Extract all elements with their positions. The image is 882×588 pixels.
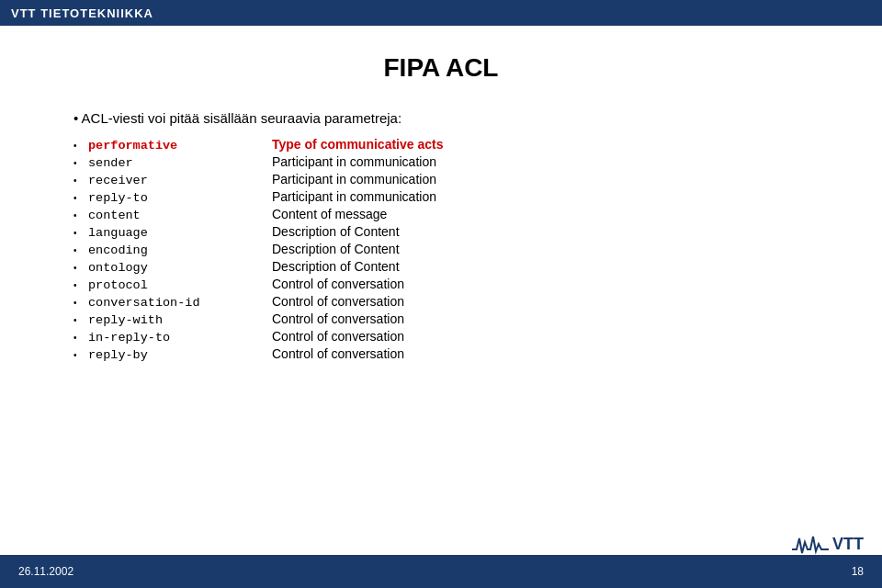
- param-row: •ontologyDescription of Content: [74, 259, 827, 275]
- param-name: reply-with: [88, 313, 272, 327]
- bullet-icon: •: [74, 174, 88, 186]
- param-row: •reply-withControl of conversation: [74, 311, 827, 327]
- param-row: •encodingDescription of Content: [74, 242, 827, 257]
- param-desc: Type of communicative acts: [272, 137, 443, 152]
- footer-date: 26.11.2002: [18, 565, 74, 578]
- param-row: •protocolControl of conversation: [74, 277, 827, 292]
- param-desc: Participant in communication: [272, 189, 436, 204]
- bullet-icon: •: [74, 156, 88, 168]
- slide-title: FIPA ACL: [55, 53, 827, 83]
- param-row: •contentContent of message: [74, 207, 827, 222]
- intro-text: • ACL-viesti voi pitää sisällään seuraav…: [74, 110, 827, 126]
- main-content: FIPA ACL • ACL-viesti voi pitää sisällää…: [0, 26, 882, 382]
- param-name: sender: [88, 156, 272, 170]
- param-name: receiver: [88, 174, 272, 187]
- bullet-icon: •: [74, 278, 88, 290]
- param-desc: Content of message: [272, 207, 387, 221]
- vtt-waveform-icon: [792, 533, 829, 555]
- bullet-icon: •: [74, 261, 88, 273]
- param-name: in-reply-to: [88, 331, 272, 345]
- bullet-icon: •: [74, 296, 88, 308]
- param-name: encoding: [88, 243, 272, 257]
- param-row: •reply-byControl of conversation: [74, 346, 827, 362]
- bullet-icon: •: [74, 348, 88, 360]
- footer-page: 18: [852, 565, 864, 578]
- bullet-icon: •: [74, 191, 88, 203]
- param-name: performative: [88, 139, 272, 153]
- bullet-icon: •: [74, 139, 88, 151]
- param-name: reply-by: [88, 348, 272, 362]
- param-desc: Participant in communication: [272, 154, 436, 169]
- param-desc: Participant in communication: [272, 172, 436, 187]
- param-list: •performativeType of communicative acts•…: [74, 137, 827, 362]
- param-desc: Description of Content: [272, 259, 400, 274]
- param-row: •receiverParticipant in communication: [74, 172, 827, 187]
- param-row: •languageDescription of Content: [74, 224, 827, 240]
- param-desc: Description of Content: [272, 224, 400, 239]
- param-desc: Control of conversation: [272, 329, 404, 344]
- param-name: reply-to: [88, 191, 272, 205]
- param-name: language: [88, 226, 272, 240]
- param-desc: Control of conversation: [272, 346, 404, 361]
- param-row: •reply-toParticipant in communication: [74, 189, 827, 205]
- header-bar: VTT TIETOTEKNIIKKA: [0, 0, 882, 26]
- param-row: •in-reply-toControl of conversation: [74, 329, 827, 345]
- param-row: •conversation-idControl of conversation: [74, 294, 827, 310]
- bullet-icon: •: [74, 243, 88, 255]
- param-desc: Control of conversation: [272, 277, 404, 291]
- param-row: •senderParticipant in communication: [74, 154, 827, 170]
- param-desc: Control of conversation: [272, 311, 404, 326]
- param-name: content: [88, 209, 272, 222]
- param-row: •performativeType of communicative acts: [74, 137, 827, 153]
- bullet-icon: •: [74, 313, 88, 325]
- param-desc: Control of conversation: [272, 294, 404, 309]
- footer-bar: 26.11.2002 18: [0, 555, 882, 588]
- bullet-icon: •: [74, 226, 88, 238]
- bullet-icon: •: [74, 209, 88, 220]
- vtt-logo: VTT: [792, 533, 864, 555]
- param-name: conversation-id: [88, 296, 272, 310]
- header-title: VTT TIETOTEKNIIKKA: [11, 6, 153, 20]
- param-name: protocol: [88, 278, 272, 292]
- bullet-icon: •: [74, 331, 88, 343]
- vtt-text: VTT: [832, 535, 864, 554]
- param-desc: Description of Content: [272, 242, 400, 256]
- param-name: ontology: [88, 261, 272, 275]
- bullet-intro: •: [74, 110, 82, 126]
